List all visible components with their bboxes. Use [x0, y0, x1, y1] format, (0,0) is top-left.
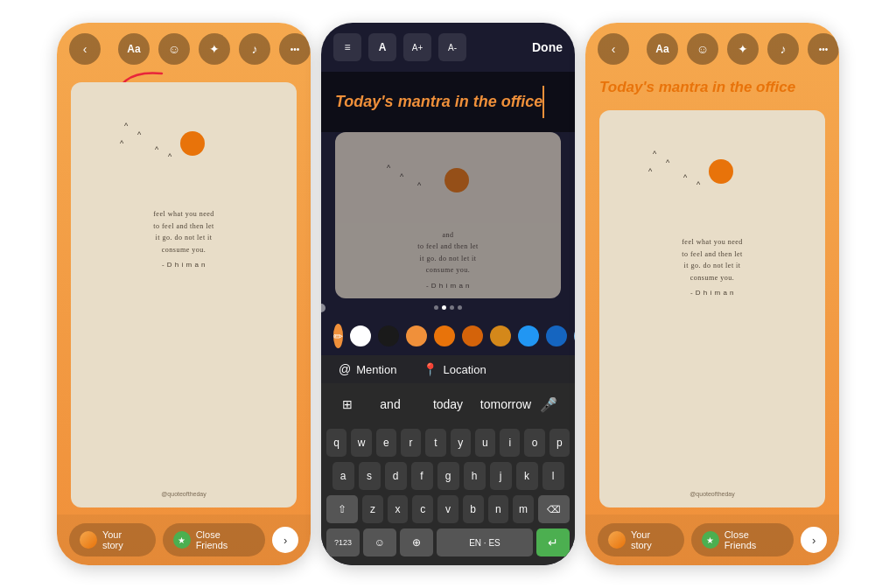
key-u[interactable]: u	[475, 429, 495, 457]
sticker-button[interactable]: ☺	[158, 33, 190, 65]
key-t[interactable]: t	[425, 429, 445, 457]
key-c[interactable]: c	[412, 495, 433, 523]
key-a[interactable]: a	[332, 462, 354, 490]
sun-illustration-center: ^ ^ ^	[347, 146, 549, 215]
left-bottom-bar: Your story ★ Close Friends ›	[57, 514, 311, 565]
color-orange2[interactable]	[434, 326, 455, 346]
suggestion-today[interactable]: today	[419, 397, 477, 411]
suggestion-and[interactable]: and	[361, 397, 419, 411]
key-h[interactable]: h	[464, 462, 486, 490]
your-story-button-left[interactable]: Your story	[69, 523, 156, 556]
mention-item[interactable]: @ Mention	[339, 362, 396, 376]
key-g[interactable]: g	[438, 462, 459, 490]
screenshots-container: ‹ Aa ☺ ✦ ♪ •••	[0, 0, 896, 588]
location-item[interactable]: 📍 Location	[423, 362, 486, 376]
author-text-right: - D h i m a n	[682, 289, 743, 297]
story-card-center: ^ ^ ^ and to feel and then let it go. do…	[335, 132, 561, 298]
watermark: @quoteoftheday	[161, 482, 206, 497]
key-shift[interactable]: ⇧	[326, 495, 358, 523]
text-a-button[interactable]: A	[368, 33, 396, 61]
next-button-right[interactable]: ›	[801, 527, 827, 553]
phone-right: ‹ Aa ☺ ✦ ♪ ••• Today's mantra in the off…	[585, 23, 839, 565]
key-w[interactable]: w	[351, 429, 371, 457]
key-i[interactable]: i	[500, 429, 520, 457]
key-n[interactable]: n	[488, 495, 509, 523]
close-friends-button-right[interactable]: ★ Close Friends	[691, 523, 794, 556]
more-button[interactable]: •••	[279, 33, 311, 65]
key-r[interactable]: r	[401, 429, 421, 457]
key-e[interactable]: e	[376, 429, 396, 457]
key-m[interactable]: m	[513, 495, 534, 523]
text-overlay: Today's mantra in the office	[321, 72, 575, 132]
key-q[interactable]: q	[326, 429, 346, 457]
key-b[interactable]: b	[463, 495, 484, 523]
key-j[interactable]: j	[490, 462, 512, 490]
keyboard-row-4: ?123 ☺ ⊕ EN · ES ↵	[326, 528, 570, 556]
music-button[interactable]: ♪	[239, 33, 270, 65]
text-a-plus-button[interactable]: A+	[403, 33, 431, 61]
key-p[interactable]: p	[550, 429, 570, 457]
story-avatar-left	[80, 531, 97, 549]
next-button-left[interactable]: ›	[272, 527, 298, 553]
key-emoji[interactable]: ☺	[363, 528, 396, 556]
effects-button-right[interactable]: ✦	[727, 33, 759, 65]
quote-text: feel what you need to feel and then let …	[153, 208, 214, 256]
key-f[interactable]: f	[411, 462, 433, 490]
suggestion-tomorrow[interactable]: tomorrow	[477, 397, 535, 411]
text-a-minus-button[interactable]: A-	[438, 33, 466, 61]
text-tool-button-right[interactable]: Aa	[647, 33, 678, 65]
back-button[interactable]: ‹	[69, 33, 101, 65]
music-button-right[interactable]: ♪	[767, 33, 799, 65]
mention-location-row: @ Mention 📍 Location	[321, 355, 575, 383]
key-enter[interactable]: ↵	[536, 528, 570, 556]
key-d[interactable]: d	[385, 462, 407, 490]
text-tool-button[interactable]: Aa	[118, 33, 150, 65]
color-blue1[interactable]	[518, 326, 539, 346]
key-o[interactable]: o	[524, 429, 544, 457]
dots-row	[321, 302, 575, 313]
key-x[interactable]: x	[388, 495, 409, 523]
back-button-right[interactable]: ‹	[598, 33, 629, 65]
dot-2	[442, 305, 446, 310]
left-toolbar: ‹ Aa ☺ ✦ ♪ •••	[57, 23, 311, 75]
sticker-button-right[interactable]: ☺	[687, 33, 718, 65]
color-pencil-icon[interactable]: ✏	[333, 324, 343, 348]
color-white[interactable]	[350, 326, 371, 346]
key-l[interactable]: l	[542, 462, 564, 490]
color-orange1[interactable]	[406, 326, 427, 346]
color-light-blue[interactable]	[574, 326, 575, 346]
key-language[interactable]: EN · ES	[437, 528, 533, 556]
your-story-button-right[interactable]: Your story	[598, 523, 684, 556]
mic-button[interactable]: 🎤	[535, 390, 563, 418]
typing-text[interactable]: Today's mantra in the office	[335, 86, 544, 118]
color-orange3[interactable]	[462, 326, 483, 346]
quote-text-right: feel what you need to feel and then let …	[682, 236, 743, 284]
close-friends-icon-right: ★	[702, 531, 719, 549]
key-numbers[interactable]: ?123	[326, 528, 360, 556]
key-k[interactable]: k	[516, 462, 538, 490]
more-button-right[interactable]: •••	[808, 33, 839, 65]
done-button[interactable]: Done	[532, 40, 563, 54]
birds-right: ^ ^ ^ ^ ^	[631, 136, 794, 215]
grid-icon[interactable]: ⊞	[333, 390, 361, 418]
color-amber[interactable]	[490, 326, 511, 346]
dot-3	[450, 305, 454, 310]
center-toolbar: ≡ A A+ A- Done	[321, 23, 575, 72]
key-z[interactable]: z	[362, 495, 383, 523]
key-globe[interactable]: ⊕	[400, 528, 433, 556]
right-bottom-bar: Your story ★ Close Friends ›	[585, 514, 839, 565]
color-blue2[interactable]	[546, 326, 567, 346]
key-backspace[interactable]: ⌫	[538, 495, 570, 523]
keyboard: q w e r t y u i o p a s d f g h j k l	[321, 425, 575, 565]
close-friends-button-left[interactable]: ★ Close Friends	[163, 523, 265, 556]
sun-illustration-right: ^ ^ ^ ^ ^	[613, 128, 811, 215]
birds-center: ^ ^ ^	[365, 155, 531, 215]
key-v[interactable]: v	[438, 495, 458, 523]
effects-button[interactable]: ✦	[199, 33, 230, 65]
author-text: - D h i m a n	[153, 261, 214, 269]
key-y[interactable]: y	[451, 429, 471, 457]
close-friends-icon-left: ★	[173, 531, 191, 549]
hamburger-button[interactable]: ≡	[333, 33, 361, 61]
key-s[interactable]: s	[359, 462, 381, 490]
color-black[interactable]	[378, 326, 399, 346]
